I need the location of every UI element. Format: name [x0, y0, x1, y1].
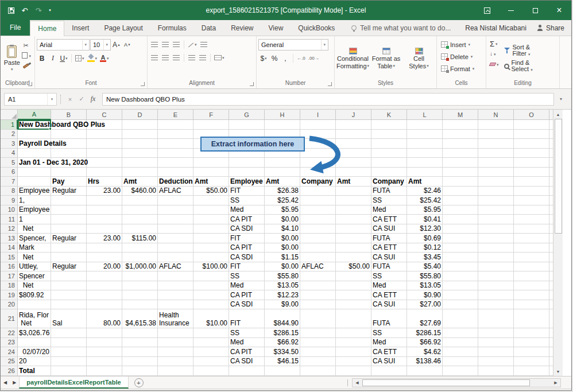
- cell-L15[interactable]: $3.45: [407, 253, 443, 262]
- cell-H16[interactable]: $0.00: [265, 262, 300, 272]
- cell-N23[interactable]: [478, 338, 514, 348]
- cell-M15[interactable]: [443, 253, 478, 262]
- cell-D20[interactable]: [122, 300, 158, 310]
- cell-L22[interactable]: $286.15: [407, 328, 443, 338]
- tab-review[interactable]: Review: [223, 21, 261, 36]
- cell-M7[interactable]: [443, 177, 478, 187]
- row-header-3[interactable]: 3: [1, 139, 18, 149]
- cell-M9[interactable]: [443, 196, 478, 205]
- cell-H1[interactable]: [265, 120, 300, 130]
- cell-E5[interactable]: [158, 158, 193, 168]
- cell-M16[interactable]: [443, 262, 478, 272]
- cell-O19[interactable]: [514, 290, 549, 300]
- cell-A16[interactable]: Uttley,: [18, 262, 51, 272]
- cell-B9[interactable]: [51, 196, 87, 205]
- cell-E14[interactable]: [158, 243, 193, 253]
- cell-A8[interactable]: Employee: [18, 187, 51, 196]
- cell-M17[interactable]: [443, 271, 478, 281]
- cell-E12[interactable]: [158, 224, 193, 234]
- cell-F5[interactable]: [193, 158, 229, 168]
- align-left-button[interactable]: [149, 52, 160, 63]
- cell-G12[interactable]: CA SDI: [229, 224, 265, 234]
- cell-J23[interactable]: [336, 338, 371, 348]
- col-header-J[interactable]: J: [336, 110, 371, 120]
- cell-K8[interactable]: FUTA: [371, 187, 407, 196]
- row-header-19[interactable]: 19: [1, 290, 18, 300]
- cell-I26[interactable]: [300, 366, 336, 376]
- cell-F14[interactable]: [193, 243, 229, 253]
- row-header-16[interactable]: 16: [1, 262, 18, 272]
- cell-I17[interactable]: [300, 271, 336, 281]
- cell-N6[interactable]: [478, 168, 514, 177]
- cell-A11[interactable]: 1: [18, 215, 51, 224]
- cell-M24[interactable]: [443, 347, 478, 357]
- cell-A19[interactable]: $809.92: [18, 290, 51, 300]
- cell-O4[interactable]: [514, 149, 549, 158]
- row-header-25[interactable]: 25: [1, 357, 18, 367]
- cell-B20[interactable]: [51, 300, 87, 310]
- fill-color-button[interactable]: ▾: [86, 53, 99, 64]
- cell-O3[interactable]: [514, 139, 549, 149]
- cell-L3[interactable]: [407, 139, 443, 149]
- cell-I15[interactable]: [300, 253, 336, 262]
- cell-J24[interactable]: [336, 347, 371, 357]
- cell-K6[interactable]: [371, 168, 407, 177]
- cell-H25[interactable]: $46.15: [265, 357, 300, 367]
- cell-E25[interactable]: [158, 357, 193, 367]
- cell-B14[interactable]: [51, 243, 87, 253]
- cell-D4[interactable]: [122, 149, 158, 158]
- cell-H24[interactable]: $334.50: [265, 347, 300, 357]
- cell-D25[interactable]: [122, 357, 158, 367]
- cell-J22[interactable]: [336, 328, 371, 338]
- cell-D6[interactable]: [122, 168, 158, 177]
- increase-decimal-button[interactable]: ←.0: [296, 53, 307, 64]
- cell-D12[interactable]: [122, 224, 158, 234]
- cell-K5[interactable]: [371, 158, 407, 168]
- cell-A10[interactable]: Employee: [18, 205, 51, 215]
- cell-B15[interactable]: [51, 253, 87, 262]
- cell-D2[interactable]: [122, 130, 158, 139]
- cell-J1[interactable]: [336, 120, 371, 130]
- cell-H10[interactable]: $5.95: [265, 205, 300, 215]
- cell-E6[interactable]: [158, 168, 193, 177]
- paste-button[interactable]: Paste ▾: [2, 37, 21, 79]
- cell-C6[interactable]: [87, 168, 122, 177]
- cell-H15[interactable]: $1.15: [265, 253, 300, 262]
- cell-B12[interactable]: [51, 224, 87, 234]
- cell-G7[interactable]: Employee: [229, 177, 265, 187]
- cell-G20[interactable]: CA SDI: [229, 300, 265, 310]
- cell-A14[interactable]: Mark: [18, 243, 51, 253]
- cell-G19[interactable]: CA PIT: [229, 290, 265, 300]
- cell-K22[interactable]: SS: [371, 328, 407, 338]
- cell-E20[interactable]: [158, 300, 193, 310]
- cell-O24[interactable]: [514, 347, 549, 357]
- cell-J18[interactable]: [336, 281, 371, 291]
- align-center-button[interactable]: [160, 52, 171, 63]
- cell-M19[interactable]: [443, 290, 478, 300]
- cell-J13[interactable]: [336, 234, 371, 243]
- cell-O20[interactable]: [514, 300, 549, 310]
- conditional-formatting-button[interactable]: Conditional Formatting▾: [336, 48, 369, 69]
- cell-C24[interactable]: [87, 347, 122, 357]
- ribbon-display-options-button[interactable]: [475, 1, 499, 20]
- underline-button[interactable]: U▾: [59, 53, 69, 64]
- number-dialog-launcher[interactable]: [328, 82, 332, 86]
- cell-N9[interactable]: [478, 196, 514, 205]
- tab-quickbooks[interactable]: QuickBooks: [291, 21, 342, 36]
- cell-D14[interactable]: [122, 243, 158, 253]
- cell-G8[interactable]: FIT: [229, 187, 265, 196]
- format-painter-button[interactable]: [21, 61, 33, 71]
- cell-F18[interactable]: [193, 281, 229, 291]
- cell-B25[interactable]: [51, 357, 87, 367]
- cell-F22[interactable]: [193, 328, 229, 338]
- cell-K10[interactable]: Med: [371, 205, 407, 215]
- row-header-22[interactable]: 22: [1, 328, 18, 338]
- cell-A26[interactable]: Total: [18, 366, 51, 376]
- cell-L16[interactable]: $5.40: [407, 262, 443, 272]
- cell-D1[interactable]: [122, 120, 158, 130]
- cell-J26[interactable]: [336, 366, 371, 376]
- cell-O6[interactable]: [514, 168, 549, 177]
- cell-O21[interactable]: [514, 309, 549, 328]
- cell-B4[interactable]: [51, 149, 87, 158]
- cell-G17[interactable]: SS: [229, 271, 265, 281]
